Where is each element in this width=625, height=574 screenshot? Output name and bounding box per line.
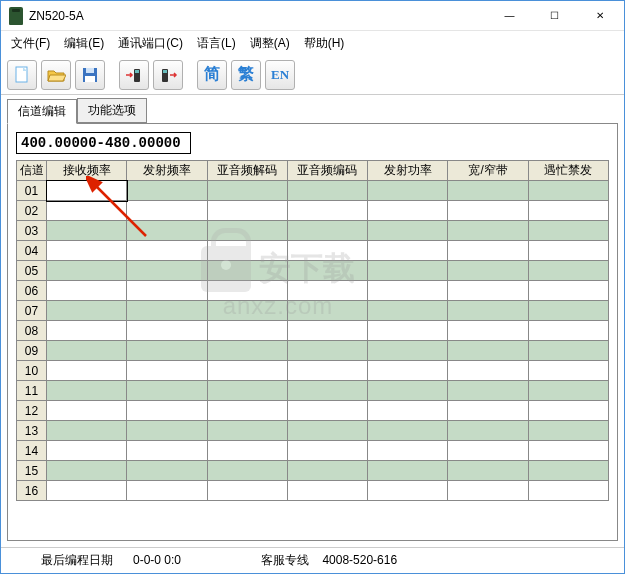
- table-row[interactable]: 10: [17, 361, 609, 381]
- menu-edit[interactable]: 编辑(E): [58, 33, 110, 54]
- cell[interactable]: [47, 461, 127, 481]
- cell[interactable]: [127, 481, 207, 501]
- table-row[interactable]: 03: [17, 221, 609, 241]
- col-tx-power[interactable]: 发射功率: [368, 161, 448, 181]
- table-row[interactable]: 01: [17, 181, 609, 201]
- lang-traditional-button[interactable]: 繁: [231, 60, 261, 90]
- cell[interactable]: [528, 321, 608, 341]
- cell[interactable]: [287, 341, 367, 361]
- table-row[interactable]: 07: [17, 301, 609, 321]
- cell[interactable]: [207, 301, 287, 321]
- col-ctcss-decode[interactable]: 亚音频解码: [207, 161, 287, 181]
- cell[interactable]: [528, 401, 608, 421]
- cell[interactable]: [127, 261, 207, 281]
- cell[interactable]: [448, 261, 528, 281]
- cell[interactable]: [207, 441, 287, 461]
- save-button[interactable]: [75, 60, 105, 90]
- cell[interactable]: [127, 341, 207, 361]
- cell[interactable]: [47, 201, 127, 221]
- write-radio-button[interactable]: [153, 60, 183, 90]
- col-channel[interactable]: 信道: [17, 161, 47, 181]
- cell[interactable]: [448, 221, 528, 241]
- cell[interactable]: [47, 301, 127, 321]
- cell[interactable]: [207, 401, 287, 421]
- lang-simplified-button[interactable]: 简: [197, 60, 227, 90]
- lang-english-button[interactable]: EN: [265, 60, 295, 90]
- cell[interactable]: [47, 241, 127, 261]
- cell[interactable]: [127, 441, 207, 461]
- channel-table[interactable]: 信道 接收频率 发射频率 亚音频解码 亚音频编码 发射功率 宽/窄带 遇忙禁发 …: [16, 160, 609, 501]
- cell[interactable]: [448, 481, 528, 501]
- minimize-button[interactable]: —: [487, 2, 532, 30]
- cell[interactable]: [127, 281, 207, 301]
- cell[interactable]: [207, 461, 287, 481]
- maximize-button[interactable]: ☐: [532, 2, 577, 30]
- cell[interactable]: [127, 181, 207, 201]
- row-channel-number[interactable]: 11: [17, 381, 47, 401]
- cell[interactable]: [448, 361, 528, 381]
- menu-comport[interactable]: 通讯端口(C): [112, 33, 189, 54]
- cell[interactable]: [448, 381, 528, 401]
- row-channel-number[interactable]: 13: [17, 421, 47, 441]
- row-channel-number[interactable]: 12: [17, 401, 47, 421]
- table-row[interactable]: 09: [17, 341, 609, 361]
- row-channel-number[interactable]: 05: [17, 261, 47, 281]
- cell[interactable]: [287, 461, 367, 481]
- menu-help[interactable]: 帮助(H): [298, 33, 351, 54]
- table-row[interactable]: 02: [17, 201, 609, 221]
- tab-channel-edit[interactable]: 信道编辑: [7, 99, 77, 124]
- row-channel-number[interactable]: 04: [17, 241, 47, 261]
- cell[interactable]: [127, 361, 207, 381]
- cell[interactable]: [287, 201, 367, 221]
- cell[interactable]: [368, 301, 448, 321]
- row-channel-number[interactable]: 10: [17, 361, 47, 381]
- close-button[interactable]: ✕: [577, 2, 622, 30]
- cell[interactable]: [448, 421, 528, 441]
- table-row[interactable]: 08: [17, 321, 609, 341]
- cell[interactable]: [127, 421, 207, 441]
- col-tx-freq[interactable]: 发射频率: [127, 161, 207, 181]
- table-row[interactable]: 13: [17, 421, 609, 441]
- cell[interactable]: [287, 301, 367, 321]
- cell[interactable]: [368, 441, 448, 461]
- table-row[interactable]: 04: [17, 241, 609, 261]
- cell[interactable]: [47, 381, 127, 401]
- cell[interactable]: [528, 381, 608, 401]
- cell[interactable]: [528, 281, 608, 301]
- cell[interactable]: [287, 221, 367, 241]
- cell[interactable]: [448, 181, 528, 201]
- cell[interactable]: [368, 341, 448, 361]
- cell[interactable]: [287, 481, 367, 501]
- cell[interactable]: [368, 221, 448, 241]
- row-channel-number[interactable]: 07: [17, 301, 47, 321]
- cell[interactable]: [368, 241, 448, 261]
- cell[interactable]: [368, 281, 448, 301]
- cell[interactable]: [448, 301, 528, 321]
- menu-file[interactable]: 文件(F): [5, 33, 56, 54]
- cell[interactable]: [287, 241, 367, 261]
- cell[interactable]: [287, 361, 367, 381]
- cell[interactable]: [207, 261, 287, 281]
- menu-adjust[interactable]: 调整(A): [244, 33, 296, 54]
- cell[interactable]: [47, 361, 127, 381]
- cell[interactable]: [448, 461, 528, 481]
- cell[interactable]: [528, 241, 608, 261]
- cell[interactable]: [287, 421, 367, 441]
- cell[interactable]: [47, 221, 127, 241]
- cell[interactable]: [47, 321, 127, 341]
- row-channel-number[interactable]: 03: [17, 221, 47, 241]
- menu-language[interactable]: 语言(L): [191, 33, 242, 54]
- cell[interactable]: [368, 261, 448, 281]
- cell[interactable]: [448, 341, 528, 361]
- cell[interactable]: [207, 201, 287, 221]
- table-row[interactable]: 16: [17, 481, 609, 501]
- cell[interactable]: [528, 361, 608, 381]
- cell[interactable]: [448, 441, 528, 461]
- new-button[interactable]: [7, 60, 37, 90]
- cell[interactable]: [528, 301, 608, 321]
- cell[interactable]: [47, 441, 127, 461]
- cell[interactable]: [287, 401, 367, 421]
- cell[interactable]: [287, 281, 367, 301]
- row-channel-number[interactable]: 09: [17, 341, 47, 361]
- cell[interactable]: [207, 421, 287, 441]
